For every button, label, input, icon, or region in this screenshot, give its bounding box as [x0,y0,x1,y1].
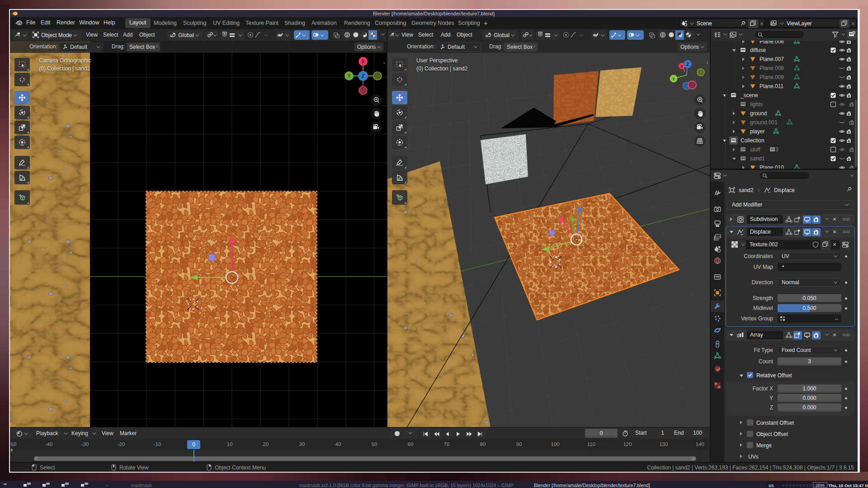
svg-text:X: X [362,59,365,64]
svg-text:X: X [680,64,683,69]
svg-text:‹: ‹ [707,60,708,65]
svg-text:Z: Z [362,74,364,79]
svg-text:‹: ‹ [383,60,385,65]
svg-text:Y: Y [672,77,675,81]
svg-text:Y: Y [348,74,351,79]
svg-text:Z: Z [686,62,689,67]
